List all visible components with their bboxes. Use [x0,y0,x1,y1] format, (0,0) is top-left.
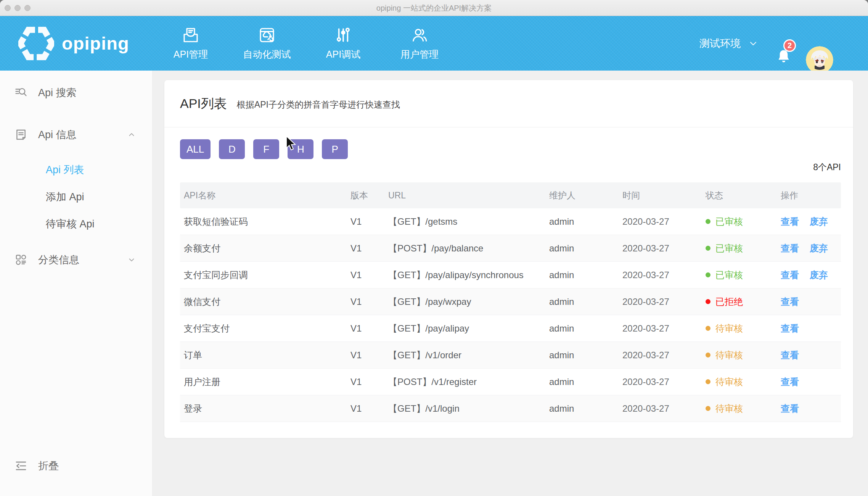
api-info-icon [14,128,27,141]
nav-item-api-manage[interactable]: API管理 [153,16,229,71]
column-header: 操作 [781,190,841,201]
view-link[interactable]: 查看 [781,269,799,281]
discard-link[interactable]: 废弃 [810,242,828,254]
column-header: API名称 [180,190,350,201]
sidebar-item[interactable]: Api 信息 [0,124,152,145]
avatar-image [806,46,833,74]
url-cell: 【GET】/v1/order [388,349,549,361]
api-debug-icon [334,26,352,44]
view-link[interactable]: 查看 [781,376,799,388]
version-cell: V1 [350,216,388,227]
nav-item-label: 自动化测试 [243,48,291,61]
sidebar-submenu: Api 列表添加 Api待审核 Api [0,145,152,237]
time-cell: 2020-03-27 [622,216,706,227]
api-name-cell: 获取短信验证码 [180,216,350,228]
table-row: 获取短信验证码V1【GET】/getsmsadmin2020-03-27已审核查… [180,208,841,235]
maintainer-cell: admin [549,403,622,414]
view-link[interactable]: 查看 [781,349,799,361]
table-row: 支付宝支付V1【GET】/pay/alipayadmin2020-03-27待审… [180,315,841,342]
view-link[interactable]: 查看 [781,403,799,415]
time-cell: 2020-03-27 [622,323,706,334]
status-badge: 已审核 [715,242,743,254]
view-link[interactable]: 查看 [781,216,799,228]
status-badge: 待审核 [715,376,743,388]
version-cell: V1 [350,350,388,361]
discard-link[interactable]: 废弃 [810,216,828,228]
actions-cell: 查看废弃 [781,269,841,281]
actions-cell: 查看 [781,376,841,388]
status-cell: 待审核 [706,322,781,335]
status-badge: 待审核 [715,322,743,335]
sidebar-item[interactable]: 分类信息 [0,249,152,271]
url-cell: 【POST】/v1/register [388,376,549,388]
filter-button-all[interactable]: ALL [180,139,211,159]
url-cell: 【GET】/pay/alipay/synchronous [388,269,549,281]
table-row: 余额支付V1【POST】/pay/balanceadmin2020-03-27已… [180,235,841,262]
status-badge: 已审核 [715,216,743,228]
version-cell: V1 [350,296,388,307]
time-cell: 2020-03-27 [622,403,706,414]
app-header: opiping API管理自动化测试API调试用户管理 测试环境 2 [0,16,868,71]
filter-button-h[interactable]: H [288,139,313,159]
column-header: 维护人 [549,190,622,201]
status-cell: 待审核 [706,403,781,415]
environment-selector[interactable]: 测试环境 [699,16,758,71]
user-avatar[interactable] [806,46,833,74]
status-dot-icon [706,272,710,277]
status-dot-icon [706,299,710,304]
page-subtitle: 根据API子分类的拼音首字母进行快速查找 [237,97,400,111]
sidebar-item[interactable]: Api 搜索 [0,82,152,103]
sidebar-collapse-button[interactable]: 折叠 [0,455,152,477]
nav-item-label: API管理 [174,48,208,61]
sidebar-subitem[interactable]: 待审核 Api [0,210,152,237]
maintainer-cell: admin [549,216,622,227]
nav-item-automation-test[interactable]: 自动化测试 [229,16,305,71]
url-cell: 【POST】/pay/balance [388,242,549,254]
sidebar: Api 搜索Api 信息Api 列表添加 Api待审核 Api分类信息 折叠 [0,71,153,496]
maintainer-cell: admin [549,270,622,280]
page-title: API列表 [180,95,227,113]
url-cell: 【GET】/pay/alipay [388,322,549,335]
nav-item-api-debug[interactable]: API调试 [305,16,381,71]
card-header: API列表 根据API子分类的拼音首字母进行快速查找 [164,80,853,127]
chevron-up-icon [127,130,136,139]
sidebar-subitem[interactable]: 添加 Api [0,183,152,210]
header-right: 测试环境 2 [685,16,868,71]
api-name-cell: 订单 [180,349,350,361]
api-manage-icon [182,26,200,44]
table-header-row: API名称版本URL维护人时间状态操作 [180,182,841,208]
api-name-cell: 余额支付 [180,242,350,254]
filter-button-f[interactable]: F [253,139,279,159]
letter-filters: ALLDFHP [180,139,841,159]
sidebar-item-label: 分类信息 [38,253,79,267]
sidebar-subitem[interactable]: Api 列表 [0,156,152,183]
url-cell: 【GET】/pay/wxpay [388,296,549,308]
view-link[interactable]: 查看 [781,322,799,335]
user-manage-icon [410,26,429,44]
brand[interactable]: opiping [18,16,129,71]
version-cell: V1 [350,323,388,334]
filter-button-d[interactable]: D [219,139,245,159]
status-cell: 待审核 [706,376,781,388]
nav-item-label: API调试 [326,48,360,61]
view-link[interactable]: 查看 [781,296,799,308]
view-link[interactable]: 查看 [781,242,799,254]
table-body: 获取短信验证码V1【GET】/getsmsadmin2020-03-27已审核查… [180,208,841,422]
notification-bell[interactable]: 2 [776,48,792,65]
api-name-cell: 支付宝同步回调 [180,269,350,281]
filter-button-p[interactable]: P [322,139,348,159]
collapse-label: 折叠 [38,459,59,473]
api-name-cell: 用户注册 [180,376,350,388]
automation-test-icon [258,26,276,44]
api-name-cell: 登录 [180,403,350,415]
version-cell: V1 [350,403,388,414]
status-cell: 已审核 [706,216,781,228]
discard-link[interactable]: 废弃 [810,269,828,281]
table-row: 微信支付V1【GET】/pay/wxpayadmin2020-03-27已拒绝查… [180,288,841,315]
actions-cell: 查看废弃 [781,216,841,228]
notification-badge: 2 [783,39,796,52]
sidebar-nav: Api 搜索Api 信息Api 列表添加 Api待审核 Api分类信息 [0,71,152,271]
nav-item-user-manage[interactable]: 用户管理 [381,16,458,71]
actions-cell: 查看 [781,296,841,308]
maintainer-cell: admin [549,243,622,254]
